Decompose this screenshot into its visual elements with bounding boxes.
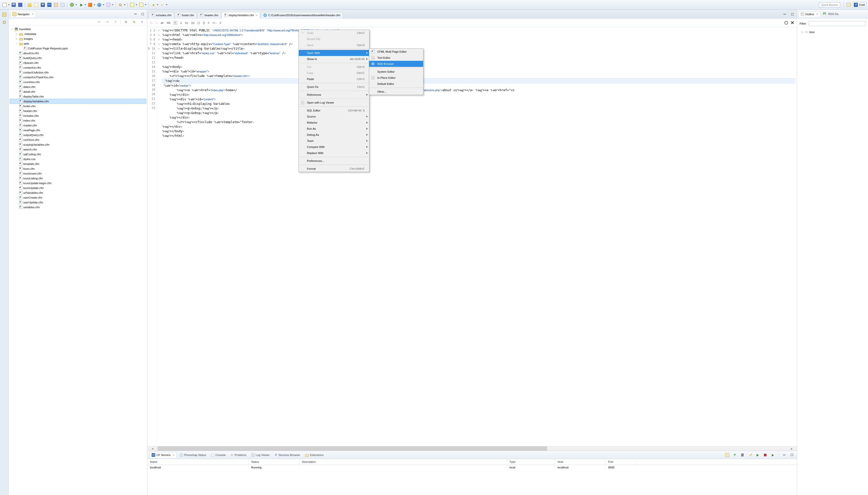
file-node[interactable]: toursUpdate.cfm [10, 185, 146, 190]
file-node[interactable]: outputQuery.cfm [10, 133, 146, 137]
submenu-item[interactable]: Other... [369, 89, 423, 95]
file-node[interactable]: contactUsAction.cfm [10, 70, 146, 75]
save-all-button[interactable] [17, 2, 23, 8]
file-node[interactable]: aboutUs.cfm [10, 51, 146, 55]
editor-tab[interactable]: displayVariables.cfm× [222, 12, 260, 18]
file-node[interactable]: tours.cfm [10, 166, 146, 171]
submenu-item[interactable]: In-Place Editor [369, 75, 423, 81]
outline-tab[interactable]: Outline × [799, 11, 820, 17]
maximize-view-button[interactable] [140, 11, 146, 17]
profile-button[interactable] [105, 2, 111, 8]
up-nav-button[interactable]: ⇧ [112, 19, 119, 25]
new-button[interactable] [1, 2, 7, 8]
file-node[interactable]: styles.css [10, 156, 146, 161]
menu-item[interactable]: Preferences... [299, 158, 369, 164]
fast-view-2[interactable] [1, 19, 7, 25]
collapse-all-button[interactable]: ⊟ [123, 19, 129, 25]
column-header[interactable]: Name [147, 459, 249, 465]
file-node[interactable]: template.cfm [10, 161, 146, 166]
bottom-tab[interactable]: Log Viewer [249, 452, 272, 458]
open-with-submenu[interactable]: CFML Multi Page EditorText EditorWeb Bro… [369, 48, 423, 95]
column-header[interactable]: Host [555, 459, 606, 465]
navigator-tree[interactable]: ▿travelAdv▷.metadata▷images▿pptsColdFusi… [8, 25, 147, 495]
editor-tab[interactable]: header.cfm [197, 12, 221, 18]
file-node[interactable]: detail.cfm [10, 89, 146, 94]
submenu-item[interactable]: Default Editor [369, 81, 423, 87]
link-editor-button[interactable]: ⇆ [131, 19, 137, 25]
back-nav-button[interactable]: ⇐ [96, 19, 102, 25]
run-button[interactable] [78, 2, 84, 8]
bottom-tab[interactable]: CfCF Servers× [149, 452, 177, 458]
debug-button[interactable] [69, 2, 75, 8]
file-node[interactable]: sqlCoding.cfm [10, 152, 146, 156]
outline-root-item[interactable]: ▷ <> html [800, 30, 866, 34]
file-node[interactable]: displayVariables.cfm [10, 99, 146, 104]
file-node[interactable]: displayTable.cfm [10, 94, 146, 99]
submenu-item[interactable]: System Editor [369, 69, 423, 75]
folder-node[interactable]: ▿ppts [10, 41, 146, 46]
file-node[interactable]: toursUpdate-begin.cfm [10, 181, 146, 185]
search-button[interactable] [117, 2, 123, 8]
perspective-button[interactable]: CfCold [852, 2, 867, 7]
file-node[interactable]: runOnce.cfm [10, 137, 146, 142]
file-node[interactable]: dates.cfm [10, 84, 146, 89]
stop-server-button[interactable] [762, 452, 768, 458]
editor-tab[interactable]: C:\ColdFusion2016\cfusion\wwwroot\travel… [261, 12, 343, 18]
file-node[interactable]: urlVariables.cfm [10, 190, 146, 195]
cf-button[interactable]: Cf [46, 2, 52, 8]
bottom-tab[interactable]: PhoneGap Status [178, 453, 208, 458]
close-icon[interactable]: × [256, 14, 257, 17]
back-button[interactable] [150, 2, 156, 8]
server-browse-button[interactable] [724, 452, 730, 458]
editor-max-button[interactable] [789, 11, 795, 17]
new-dropdown[interactable] [7, 4, 10, 5]
file-node[interactable]: variables.cfm [10, 205, 146, 209]
asset-button-1[interactable] [53, 2, 59, 8]
server-name-cell[interactable]: localhost [147, 465, 249, 470]
menu-item[interactable]: Compare With [299, 144, 369, 150]
menu-item[interactable]: Open with Log Viewer [299, 100, 369, 106]
file-node[interactable]: contactUs.cfm [10, 65, 146, 70]
open-button[interactable] [33, 2, 39, 8]
bottom-tab[interactable]: Console [209, 453, 228, 458]
editor-hscroll[interactable]: ◄ ► [147, 446, 797, 451]
bottom-tab[interactable]: ⚙Services Browser [273, 452, 302, 458]
file-node[interactable]: includes.cfm [10, 113, 146, 118]
next-annotation-button[interactable] [129, 2, 135, 8]
run-dropdown[interactable] [84, 4, 87, 5]
column-header[interactable]: Description [299, 459, 507, 465]
restart-server-button[interactable] [770, 452, 776, 458]
editor-min-button[interactable] [782, 11, 788, 17]
file-node[interactable]: toursListing.cfm [10, 176, 146, 181]
outline-filter-input[interactable] [809, 21, 866, 26]
submenu-item[interactable]: Web Browser [369, 61, 423, 67]
menu-item[interactable]: Open With [299, 50, 369, 56]
column-header[interactable]: Status [249, 459, 299, 465]
close-icon[interactable]: × [32, 13, 34, 16]
file-node[interactable]: ColdFusion Page Requests.pptx [10, 46, 146, 51]
file-node[interactable]: countries.cfm [10, 80, 146, 84]
bottom-max-button[interactable] [789, 452, 795, 458]
delete-server-button[interactable] [739, 452, 745, 458]
file-node[interactable]: cfparam.cfm [10, 60, 146, 65]
ext-config-button[interactable] [87, 2, 93, 8]
bottom-tab[interactable]: Extensions [303, 452, 325, 458]
file-node[interactable]: toursInsert.cfm [10, 171, 146, 176]
editor-context-menu[interactable]: ↶UndoCtrl+ZRevert FileSaveCtrl+SOpen Wit… [299, 30, 369, 172]
file-node[interactable]: master.cfm [10, 123, 146, 128]
file-node[interactable]: userUpdate.cfm [10, 200, 146, 205]
menu-item[interactable]: Refactor [299, 120, 369, 126]
column-header[interactable]: Port [606, 459, 636, 465]
project-node[interactable]: ▿travelAdv [10, 27, 146, 31]
folder-node[interactable]: ▷images [10, 36, 146, 41]
menu-item[interactable]: PasteCtrl+V [299, 76, 369, 82]
forward-button[interactable] [159, 2, 165, 8]
menu-item[interactable]: FormatCtrl+Shift+F [299, 166, 369, 172]
menu-item[interactable]: Run As [299, 126, 369, 132]
file-node[interactable]: search.cfm [10, 147, 146, 152]
fwd-nav-button[interactable]: ⇒ [104, 19, 110, 25]
menu-item[interactable]: Show InAlt+Shift+W [299, 56, 369, 62]
close-editor-icon[interactable]: ✕ [791, 21, 794, 24]
bottom-tab[interactable]: ⚠Problems [229, 452, 248, 458]
menu-item[interactable]: SQL EditorCtrl+Alt+W, S [299, 107, 369, 114]
